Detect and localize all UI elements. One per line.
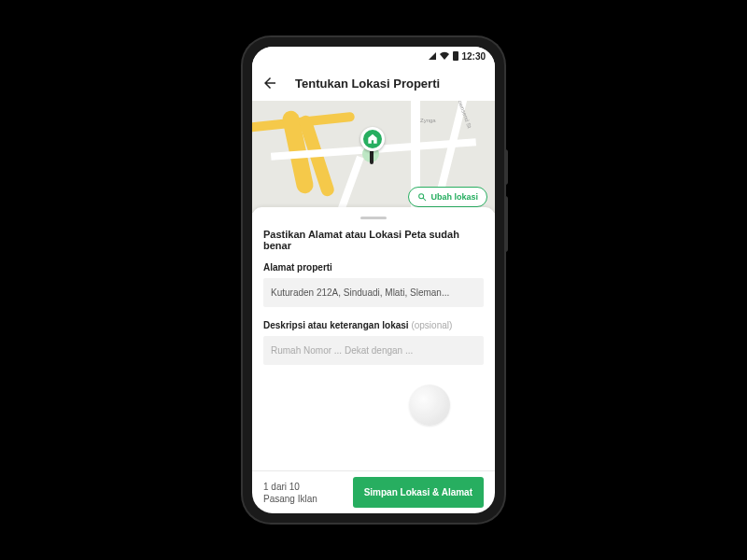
- description-input[interactable]: [263, 336, 484, 365]
- phone-side-button: [504, 149, 508, 185]
- save-button[interactable]: Simpan Lokasi & Alamat: [353, 477, 484, 508]
- map-pin-icon[interactable]: [360, 127, 385, 151]
- battery-icon: [453, 51, 458, 61]
- touch-indicator: [409, 385, 450, 426]
- wifi-icon: [439, 50, 450, 62]
- map-poi-label: Zynga: [420, 118, 436, 123]
- sheet-handle[interactable]: [360, 217, 387, 219]
- map-pin-tail: [370, 151, 374, 164]
- signal-icon: [429, 52, 436, 60]
- phone-frame: 12:30 Tentukan Lokasi Properti Zynga Tow…: [243, 37, 504, 523]
- address-input[interactable]: [263, 278, 484, 307]
- map[interactable]: Zynga Townsend St Ubah lokasi: [252, 101, 495, 213]
- progress-text: 1 dari 10 Pasang Iklan: [263, 481, 344, 505]
- footer: 1 dari 10 Pasang Iklan Simpan Lokasi & A…: [252, 470, 495, 513]
- screen: 12:30 Tentukan Lokasi Properti Zynga Tow…: [252, 47, 495, 513]
- phone-side-button: [504, 196, 508, 252]
- search-icon: [417, 192, 427, 202]
- address-label: Alamat properti: [263, 262, 484, 273]
- bottom-sheet: Pastikan Alamat atau Lokasi Peta sudah b…: [252, 207, 495, 470]
- description-label: Deskripsi atau keterangan lokasi (opsion…: [263, 320, 484, 330]
- page-title: Tentukan Lokasi Properti: [295, 77, 440, 91]
- back-arrow-icon[interactable]: [261, 75, 278, 91]
- status-time: 12:30: [461, 51, 486, 62]
- sheet-title: Pastikan Alamat atau Lokasi Peta sudah b…: [263, 229, 484, 251]
- app-bar: Tentukan Lokasi Properti: [252, 65, 495, 101]
- change-location-label: Ubah lokasi: [430, 192, 478, 202]
- status-bar: 12:30: [252, 47, 495, 65]
- change-location-button[interactable]: Ubah lokasi: [408, 187, 487, 207]
- svg-line-1: [424, 198, 427, 201]
